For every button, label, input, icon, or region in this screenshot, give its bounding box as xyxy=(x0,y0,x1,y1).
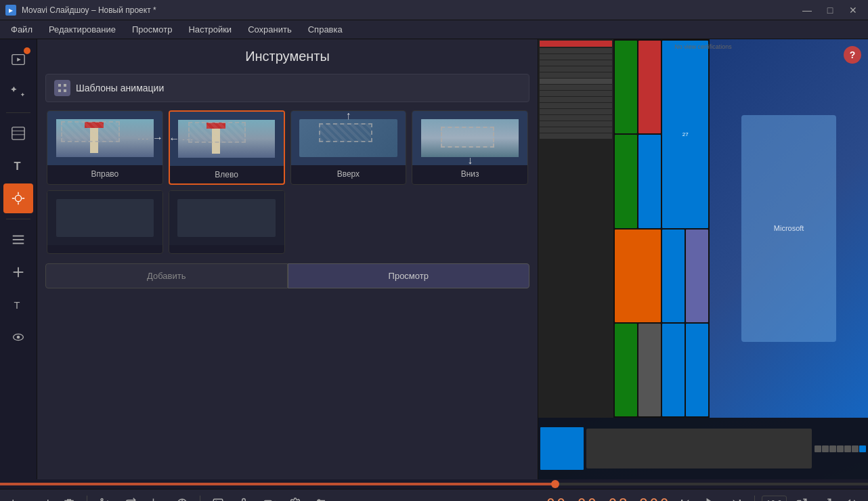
start-menu-panel: 27 xyxy=(538,39,710,418)
anim-thumb-blank2 xyxy=(169,191,284,245)
anim-item-right[interactable]: → - - - Вправо xyxy=(47,110,163,185)
main-area: T T Инструменты Шаблоны анимации xyxy=(0,39,868,479)
svg-point-14 xyxy=(17,336,20,339)
anim-thumb-left: ← - - - xyxy=(170,112,284,166)
svg-marker-1 xyxy=(17,58,21,62)
mixer-button[interactable] xyxy=(310,493,332,501)
anim-item-left[interactable]: ← - - - Влево xyxy=(169,110,285,185)
repeat-button[interactable] xyxy=(120,493,142,501)
filter-tool-button[interactable] xyxy=(3,118,33,148)
taskbar xyxy=(538,418,868,479)
title-bar: Movavi Слайдшоу – Новый проект * — □ ✕ xyxy=(0,0,868,20)
tracks-tool-button[interactable] xyxy=(3,225,33,255)
tl-sep-2 xyxy=(200,496,200,501)
anim-label-up: Вверх xyxy=(333,165,364,183)
anim-item-blank1[interactable] xyxy=(47,190,163,254)
anim-item-down[interactable]: ↓ Вниз xyxy=(412,110,528,185)
progress-thumb[interactable] xyxy=(551,480,559,488)
audio-button[interactable] xyxy=(233,493,255,501)
window-controls: — □ ✕ xyxy=(798,3,863,17)
video-button[interactable] xyxy=(259,493,280,501)
next-button[interactable] xyxy=(726,493,747,501)
help-badge[interactable]: ? xyxy=(844,46,861,64)
motion-tool-button[interactable] xyxy=(3,183,33,213)
close-button[interactable]: ✕ xyxy=(844,3,863,17)
svg-point-16 xyxy=(101,499,103,501)
preview-video: 27 xyxy=(538,39,868,479)
menu-file[interactable]: Файл xyxy=(3,22,41,37)
minimize-button[interactable]: — xyxy=(798,3,817,17)
progress-track xyxy=(0,483,868,485)
panel-buttons: Добавить Просмотр xyxy=(45,263,529,288)
toolbar-separator-2 xyxy=(6,219,30,219)
progress-bar-area[interactable] xyxy=(0,479,868,489)
crop-button[interactable] xyxy=(146,493,167,501)
tl-sep-1 xyxy=(87,496,87,501)
media-badge xyxy=(24,47,30,54)
prev-button[interactable] xyxy=(674,493,696,501)
svg-marker-35 xyxy=(706,498,715,501)
color-button[interactable] xyxy=(171,493,193,501)
settings-clip-button[interactable] xyxy=(284,493,306,501)
cut-button[interactable] xyxy=(94,493,116,501)
tools-panel: Инструменты Шаблоны анимации xyxy=(37,39,538,479)
transport-controls xyxy=(674,492,747,501)
tl-right-buttons xyxy=(791,493,861,501)
fullscreen-button[interactable] xyxy=(815,493,837,501)
app-icon xyxy=(5,5,16,16)
no-cert-text: No view certifications xyxy=(674,43,732,50)
svg-point-6 xyxy=(15,195,21,201)
media-tool-button[interactable] xyxy=(3,45,33,74)
undo-button[interactable] xyxy=(7,493,28,501)
desktop-bg: 27 xyxy=(538,39,868,479)
image-button[interactable] xyxy=(207,493,229,501)
anim-item-up[interactable]: ↑ Вверх xyxy=(290,110,407,185)
start-button xyxy=(540,427,584,471)
magic-tool-button[interactable] xyxy=(3,77,33,107)
maximize-button[interactable]: □ xyxy=(821,3,840,17)
progress-fill xyxy=(0,483,555,485)
text-tool-button[interactable]: T xyxy=(3,151,33,181)
anim-label-down: Вниз xyxy=(457,165,483,183)
left-toolbar: T T xyxy=(0,39,37,479)
anim-label-left: Влево xyxy=(211,166,242,183)
start-menu-left xyxy=(538,39,613,418)
svg-text:T: T xyxy=(14,160,21,172)
anim-thumb-down: ↓ xyxy=(412,111,527,165)
menu-edit[interactable]: Редактирование xyxy=(41,22,124,37)
svg-rect-2 xyxy=(12,127,24,139)
menu-view[interactable]: Просмотр xyxy=(124,22,180,37)
desktop-right-panel: Microsoft xyxy=(710,39,868,418)
add-animation-button[interactable]: Добавить xyxy=(45,263,288,288)
menu-settings[interactable]: Настройки xyxy=(180,22,240,37)
preview-animation-button[interactable]: Просмотр xyxy=(288,263,530,288)
text2-tool-button[interactable]: T xyxy=(3,290,33,320)
volume-button[interactable] xyxy=(840,493,861,501)
visibility-tool-button[interactable] xyxy=(3,322,33,352)
title-left: Movavi Слайдшоу – Новый проект * xyxy=(5,5,156,16)
anim-thumb-blank1 xyxy=(47,191,162,245)
redo-button[interactable] xyxy=(32,493,54,501)
anim-label-blank2 xyxy=(223,245,231,253)
add-track-button[interactable] xyxy=(3,257,33,287)
anim-item-blank2[interactable] xyxy=(169,190,285,254)
tools-panel-inner: Шаблоны анимации xyxy=(37,74,538,479)
taskbar-icons xyxy=(815,445,866,452)
section-header-text: Шаблоны анимации xyxy=(76,83,164,93)
preview-area: 27 xyxy=(538,39,868,479)
anim-label-right: Вправо xyxy=(87,165,123,183)
anim-thumb-right: → - - - xyxy=(47,111,162,165)
export-button[interactable] xyxy=(791,493,812,501)
menu-help[interactable]: Справка xyxy=(300,22,351,37)
timecode-display: 00:00:08.900 xyxy=(546,496,670,502)
aspect-ratio: 16:9 xyxy=(762,496,787,501)
menu-bar: Файл Редактирование Просмотр Настройки С… xyxy=(0,20,868,39)
play-button[interactable] xyxy=(699,492,723,501)
start-menu-right: 27 xyxy=(613,39,710,418)
section-header[interactable]: Шаблоны анимации xyxy=(45,74,529,102)
toolbar-separator-1 xyxy=(6,112,30,113)
anim-thumb-up: ↑ xyxy=(291,111,406,165)
menu-save[interactable]: Сохранить xyxy=(240,22,300,37)
svg-text:T: T xyxy=(14,300,20,311)
delete-button[interactable] xyxy=(58,493,80,501)
